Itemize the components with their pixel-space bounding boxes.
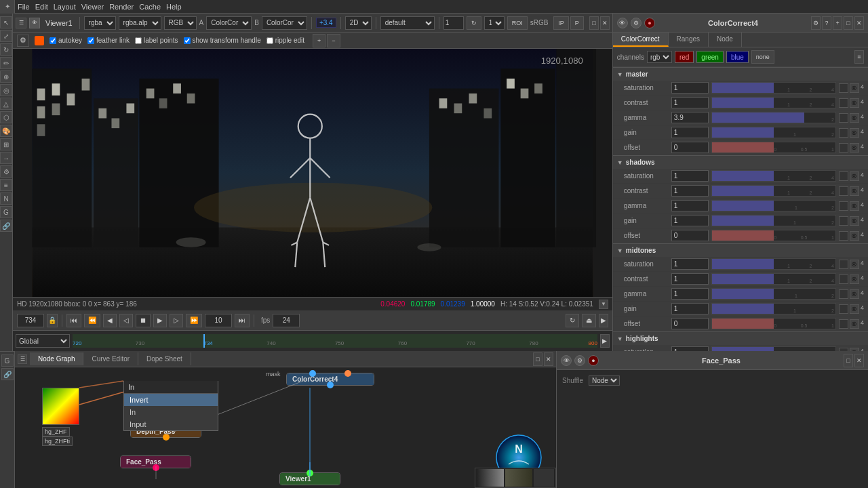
master-gain-input[interactable] xyxy=(671,127,709,138)
bottom-settings-icon[interactable]: ⚙ xyxy=(574,355,585,366)
midtones-sat-swatch[interactable] xyxy=(839,260,848,269)
mask-tool[interactable]: ⬡ xyxy=(0,111,12,123)
fps-select[interactable]: 1 xyxy=(484,16,505,30)
highlights-sat-input[interactable] xyxy=(671,346,709,351)
midtones-con-swatch[interactable] xyxy=(839,274,848,284)
midtones-con-btn[interactable]: ◎ xyxy=(850,274,859,284)
master-con-slider[interactable]: 00.10.5124 xyxy=(711,97,836,108)
midtones-offset-btn[interactable]: ◎ xyxy=(850,319,859,329)
play-btn[interactable]: ▶ xyxy=(153,314,167,327)
master-offset-input[interactable] xyxy=(671,142,709,153)
menu-help[interactable]: Help xyxy=(163,1,184,12)
section-shadows[interactable]: ▼ shadows xyxy=(613,155,868,169)
ng-close-btn[interactable]: ✕ xyxy=(544,352,553,366)
menu-layout[interactable]: Layout xyxy=(51,1,79,12)
feather-link-checkbox[interactable] xyxy=(87,37,94,44)
rotate-tool[interactable]: ↻ xyxy=(0,43,12,56)
node-tool[interactable]: N xyxy=(0,192,12,205)
props-eye-icon[interactable]: 👁 xyxy=(617,18,628,28)
cache-size-input[interactable] xyxy=(205,314,232,327)
status-expand-btn[interactable]: ▼ xyxy=(599,300,608,309)
skip-10-btn[interactable]: ⏭ xyxy=(235,314,250,327)
autocomplete-item-invert[interactable]: Invert xyxy=(124,394,218,406)
motion-tool[interactable]: → xyxy=(0,152,12,164)
none-channel-btn[interactable]: none xyxy=(751,50,774,64)
master-sat-swatch[interactable] xyxy=(839,83,848,93)
channel-tool[interactable]: ≡ xyxy=(0,179,12,191)
props-record-icon[interactable]: ● xyxy=(644,18,655,28)
master-offset-anim-btn[interactable]: ◎ xyxy=(850,143,859,152)
node-b-select[interactable]: ColorCor xyxy=(262,16,307,30)
master-gam-input[interactable] xyxy=(671,112,709,123)
frame-input[interactable] xyxy=(443,16,464,30)
master-gain-swatch[interactable] xyxy=(839,128,848,138)
midtones-offset-slider[interactable]: -1-0.500.51 xyxy=(711,318,836,329)
cc-output-port[interactable] xyxy=(327,382,334,388)
tool-btn-2[interactable]: − xyxy=(327,34,340,47)
stop-icon[interactable] xyxy=(35,36,44,45)
grid-tool[interactable]: ⊞ xyxy=(0,138,12,150)
midtones-gain-btn[interactable]: ◎ xyxy=(850,304,859,314)
shadows-con-slider[interactable]: 00.10.5124 xyxy=(711,185,836,197)
viewer-maximize-btn[interactable]: □ xyxy=(589,16,599,30)
cc-input-port[interactable] xyxy=(309,370,316,377)
highlights-sat-slider[interactable]: 00.10.5124 xyxy=(711,346,836,351)
stop-btn[interactable]: ⏹ xyxy=(136,314,151,327)
select-tool[interactable]: ↖ xyxy=(0,16,12,28)
settings-tool[interactable]: ⚙ xyxy=(0,165,12,178)
blur-tool[interactable]: ◎ xyxy=(0,84,12,96)
menu-viewer[interactable]: Viewer xyxy=(79,1,106,12)
prev-10-btn[interactable]: ⏪ xyxy=(84,314,100,327)
shadows-offset-swatch[interactable] xyxy=(839,231,848,241)
midtones-sat-btn[interactable]: ◎ xyxy=(850,260,859,269)
shadows-con-input[interactable] xyxy=(671,185,709,197)
refresh-btn[interactable]: ↻ xyxy=(467,16,481,30)
shape-tool[interactable]: △ xyxy=(0,98,12,110)
view-mode-select[interactable]: 2D xyxy=(345,16,372,30)
ruler-track[interactable]: 720 730 734 740 750 760 770 780 800 xyxy=(73,334,597,348)
props-btn-3[interactable]: + xyxy=(833,16,842,30)
master-gam-anim-btn[interactable]: ◎ xyxy=(850,113,859,123)
alpha-select[interactable]: rgba.alp xyxy=(119,16,161,30)
master-con-input[interactable] xyxy=(671,97,709,108)
master-offset-slider[interactable]: -1-0.500.51 xyxy=(711,142,836,153)
autocomplete-item-input[interactable]: Input xyxy=(124,418,218,430)
frame-number-input[interactable] xyxy=(17,314,44,327)
shadows-gain-slider[interactable]: 00.512 xyxy=(711,215,836,226)
midtones-sat-slider[interactable]: 00.10.5124 xyxy=(711,258,836,270)
props-settings-icon[interactable]: ⚙ xyxy=(631,18,642,28)
tab-node-graph[interactable]: Node Graph xyxy=(30,352,83,365)
face-pass-output-port[interactable] xyxy=(153,464,159,471)
master-gain-slider[interactable]: 00.512 xyxy=(711,127,836,138)
shadows-sat-input[interactable] xyxy=(671,170,709,182)
shadows-con-btn[interactable]: ◎ xyxy=(850,186,859,196)
bottom-close-btn[interactable]: ✕ xyxy=(854,354,864,367)
color-space-select[interactable]: RGB xyxy=(164,16,197,30)
ripple-edit-checkbox[interactable] xyxy=(267,37,273,44)
bottom-rec-icon[interactable]: ● xyxy=(588,355,599,366)
view-tool[interactable]: G xyxy=(0,206,12,218)
next-10-btn[interactable]: ⏩ xyxy=(186,314,202,327)
master-gam-swatch[interactable] xyxy=(839,113,848,123)
viewer-close-btn[interactable]: ✕ xyxy=(600,16,610,30)
shadows-gam-slider[interactable]: 0.20.312 xyxy=(711,200,836,211)
shadows-gain-btn[interactable]: ◎ xyxy=(850,216,859,226)
label-points-checkbox[interactable] xyxy=(135,37,142,44)
master-sat-slider[interactable]: 00.10.5124 xyxy=(711,82,836,94)
menu-render[interactable]: Render xyxy=(106,1,136,12)
ruler-expand-btn[interactable]: ▶ xyxy=(600,334,610,348)
autocomplete-item-in[interactable]: In xyxy=(124,406,218,418)
shadows-sat-btn[interactable]: ◎ xyxy=(850,171,859,181)
props-maximize-btn[interactable]: □ xyxy=(844,16,853,30)
midtones-gain-input[interactable] xyxy=(671,303,709,314)
red-channel-btn[interactable]: red xyxy=(675,51,694,63)
prev-frame-btn[interactable]: ◀ xyxy=(103,314,117,327)
green-channel-btn[interactable]: green xyxy=(696,51,724,63)
master-offset-swatch[interactable] xyxy=(839,143,848,152)
viewer1-node[interactable]: Viewer1 xyxy=(279,472,340,485)
props-btn-1[interactable]: ⚙ xyxy=(811,16,821,30)
tool-btn-1[interactable]: + xyxy=(313,34,326,47)
ng-menu-icon[interactable]: ☰ xyxy=(18,354,27,364)
master-sat-input[interactable] xyxy=(671,82,709,94)
shadows-offset-slider[interactable]: -1-0.500.51 xyxy=(711,230,836,241)
